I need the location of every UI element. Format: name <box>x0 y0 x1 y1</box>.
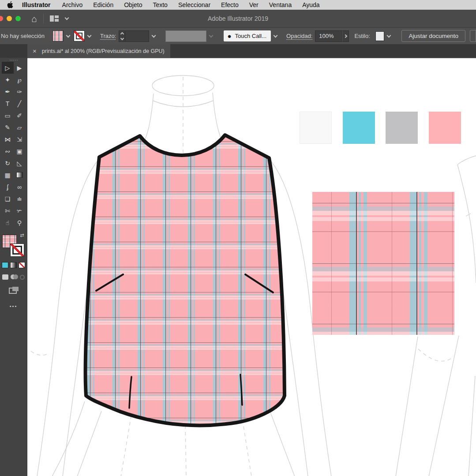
screen-mode-icon[interactable] <box>9 287 19 294</box>
rotate-view-tool-icon[interactable]: ↻ <box>2 157 14 169</box>
scale-tool-icon[interactable]: ⇲ <box>14 133 26 145</box>
right-pocket-line <box>245 274 273 292</box>
shaper-tool-icon[interactable]: ✎ <box>2 121 14 133</box>
fill-stroke-indicator: ⇄ <box>2 233 25 257</box>
menu-efecto[interactable]: Efecto <box>216 1 244 8</box>
stroke-weight-stepper[interactable] <box>119 30 125 42</box>
fill-chevron-icon[interactable] <box>66 33 71 37</box>
magic-wand-tool-icon[interactable]: ✦ <box>2 74 14 86</box>
graph-tool-icon[interactable]: ılı <box>14 193 26 205</box>
menu-edicion[interactable]: Edición <box>88 1 119 8</box>
draw-behind-icon[interactable] <box>11 274 18 280</box>
stroke-weight-field[interactable] <box>125 30 149 42</box>
menu-illustrator[interactable]: Illustrator <box>16 1 57 8</box>
type-tool-icon[interactable]: T <box>2 97 14 109</box>
line-segment-tool-icon[interactable]: ╱ <box>14 97 26 109</box>
lasso-tool-icon[interactable]: ℘ <box>14 74 26 86</box>
tab-label: prints.ai* al 200% (RGB/Previsualización… <box>42 48 165 54</box>
stroke-weight-chevron-icon[interactable] <box>152 33 156 37</box>
brush-name: Touch Call... <box>235 33 267 39</box>
control-bar: No hay selección Trazo: ● Touch Call... … <box>0 27 476 44</box>
color-chip-white[interactable] <box>300 112 332 144</box>
fit-document-button[interactable]: Ajustar documento <box>401 30 465 42</box>
perspective-grid-tool-icon[interactable]: ◺ <box>14 157 26 169</box>
mesh-tool-icon[interactable]: ▦ <box>2 169 14 181</box>
opacity-field[interactable]: 100% <box>315 30 341 42</box>
paintbrush-tool-icon[interactable]: ✐ <box>14 109 26 121</box>
brush-definition-dropdown[interactable]: ● Touch Call... <box>224 30 271 41</box>
stroke-indicator[interactable] <box>10 244 24 257</box>
selection-status: No hay selección <box>1 33 45 39</box>
artboard-canvas[interactable] <box>27 58 476 476</box>
app-title: Adobe Illustrator 2019 <box>0 15 476 22</box>
tab-close-icon[interactable]: × <box>33 48 37 54</box>
menu-ventana[interactable]: Ventana <box>264 1 297 8</box>
titlebar-separator <box>43 14 44 23</box>
draw-inside-icon <box>20 275 25 280</box>
title-bar: ⌂ Adobe Illustrator 2019 <box>0 10 476 27</box>
tab-bar: × prints.ai* al 200% (RGB/Previsualizaci… <box>0 44 476 58</box>
blend-tool-icon[interactable]: ∞ <box>14 181 26 193</box>
menu-objeto[interactable]: Objeto <box>119 1 147 8</box>
document-tab[interactable]: × prints.ai* al 200% (RGB/Previsualizaci… <box>27 44 170 58</box>
opacity-expand-button[interactable] <box>342 30 349 42</box>
left-hem-slit <box>129 377 131 408</box>
color-chip-pink[interactable] <box>429 112 461 144</box>
menu-seleccionar[interactable]: Seleccionar <box>173 1 216 8</box>
hand-tool-icon[interactable]: ☝ <box>2 217 14 229</box>
brush-chevron-icon[interactable] <box>274 33 278 37</box>
menu-ayuda[interactable]: Ayuda <box>297 1 325 8</box>
plaid-pattern-swatch[interactable] <box>312 192 454 335</box>
selection-tool-icon[interactable]: ▶ <box>14 62 26 74</box>
rectangle-tool-icon[interactable]: ▭ <box>2 109 14 121</box>
fill-color-swatch[interactable] <box>52 30 64 41</box>
zoom-window-button[interactable] <box>15 16 21 21</box>
style-chevron-icon[interactable] <box>387 33 391 37</box>
artboard-tool-icon[interactable]: ❏ <box>2 193 14 205</box>
stroke-weight-label: Trazo: <box>100 33 116 39</box>
graphic-style-swatch[interactable] <box>375 31 385 41</box>
free-transform-tool-icon[interactable]: ▣ <box>14 145 26 157</box>
menu-ver[interactable]: Ver <box>244 1 264 8</box>
zoom-tool-icon[interactable]: ⚲ <box>14 217 26 229</box>
shape-builder-tool-icon[interactable]: ∾ <box>2 145 14 157</box>
partial-edge-button[interactable] <box>470 30 476 42</box>
toolbar-grip[interactable] <box>10 60 18 61</box>
direct-selection-tool-icon[interactable]: ▷ <box>2 62 14 74</box>
eraser-tool-icon[interactable]: ▱ <box>14 121 26 133</box>
gradient-button[interactable] <box>10 262 17 268</box>
stroke-chevron-icon[interactable] <box>87 33 92 37</box>
right-hem-slit <box>240 375 242 405</box>
color-chip-cyan[interactable] <box>343 112 375 144</box>
close-window-button[interactable] <box>0 16 3 21</box>
pen-tool-icon[interactable]: ✒ <box>2 86 14 97</box>
menu-archivo[interactable]: Archivo <box>57 1 88 8</box>
apple-logo-icon[interactable] <box>4 1 16 8</box>
tools-panel: ▷ ▶ ✦ ℘ ✒ ✑ T ╱ ▭ ✐ ✎ ▱ ⋈ ⇲ ∾ ▣ ↻ ◺ ▦ ʄ … <box>0 58 27 476</box>
width-tool-icon[interactable]: ⋈ <box>2 133 14 145</box>
home-icon[interactable]: ⌂ <box>31 14 37 23</box>
gradient-tool-icon[interactable] <box>14 169 26 181</box>
none-button[interactable] <box>19 262 25 268</box>
left-pocket-line <box>96 274 123 291</box>
workspace-chevron-icon[interactable] <box>64 16 69 20</box>
eyedropper-tool-icon[interactable]: ʄ <box>2 181 14 193</box>
brush-preview-icon: ● <box>227 33 231 39</box>
width-profile-dropdown[interactable] <box>165 30 206 42</box>
slice-tool-icon[interactable]: ✄ <box>2 205 14 217</box>
draw-normal-icon[interactable] <box>2 274 8 280</box>
stroke-color-swatch[interactable] <box>74 30 85 41</box>
opacity-label: Opacidad: <box>286 33 312 39</box>
menu-bar: Illustrator Archivo Edición Objeto Texto… <box>0 0 476 10</box>
style-label: Estilo: <box>354 33 370 39</box>
curvature-tool-icon[interactable]: ✑ <box>14 86 26 97</box>
minimize-window-button[interactable] <box>7 16 12 21</box>
width-profile-chevron-icon <box>209 33 214 37</box>
knife-tool-icon[interactable]: ✃ <box>14 205 26 217</box>
color-button[interactable] <box>2 262 8 268</box>
edit-toolbar-icon[interactable]: ••• <box>10 304 18 309</box>
color-chip-gray[interactable] <box>386 112 418 144</box>
menu-texto[interactable]: Texto <box>147 1 172 8</box>
swap-fill-stroke-icon[interactable]: ⇄ <box>20 233 24 238</box>
workspace-layout-icon[interactable] <box>50 15 59 22</box>
